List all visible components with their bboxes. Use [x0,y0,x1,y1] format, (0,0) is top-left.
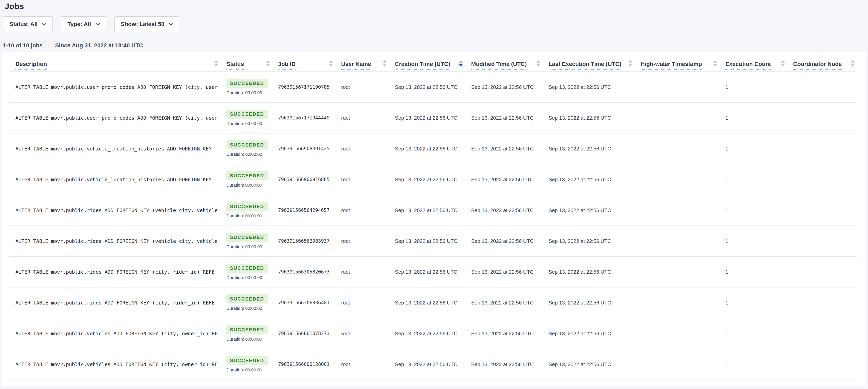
table-row: ALTER TABLE movr.public.rides ADD FOREIG… [9,195,857,226]
modified-time-cell: Sep 13, 2022 at 22:56 UTC [465,133,542,164]
coordinator-node-cell [787,195,857,226]
table-row: ALTER TABLE movr.public.rides ADD FOREIG… [9,226,857,257]
sort-arrows-icon[interactable] [536,60,540,67]
sort-arrows-icon[interactable] [628,60,632,67]
column-header[interactable]: Modified Time (UTC) [465,52,542,72]
column-header-label[interactable]: Last Execution Time (UTC) [549,61,621,70]
job-description-cell[interactable]: ALTER TABLE movr.public.rides ADD FOREIG… [9,226,220,257]
column-header[interactable]: Creation Time (UTC) [389,52,465,72]
job-description[interactable]: ALTER TABLE movr.public.user_promo_codes… [16,84,220,90]
creation-time-cell: Sep 13, 2022 at 22:56 UTC [389,257,465,287]
show-filter-dropdown[interactable]: Show: Latest 50 [114,16,180,32]
job-description[interactable]: ALTER TABLE movr.public.rides ADD FOREIG… [16,238,220,244]
table-row: ALTER TABLE movr.public.vehicle_location… [9,133,857,164]
column-header-label[interactable]: Status [226,61,244,70]
column-header-label[interactable]: Creation Time (UTC) [395,61,450,70]
table-row: ALTER TABLE movr.public.user_promo_codes… [9,72,857,102]
creation-time-cell: Sep 13, 2022 at 22:56 UTC [389,318,465,349]
modified-time-cell: Sep 13, 2022 at 22:56 UTC [465,226,542,257]
last-execution-time-cell: Sep 13, 2022 at 22:56 UTC [542,257,634,287]
job-status-cell: SUCCEEDED Duration: 00:00:00 [220,318,272,349]
modified-time-cell: Sep 13, 2022 at 22:56 UTC [465,257,542,287]
job-description[interactable]: ALTER TABLE movr.public.rides ADD FOREIG… [16,269,220,275]
user-name-cell: root [335,164,389,195]
column-header[interactable]: Execution Count [719,52,787,72]
sort-arrows-icon[interactable] [713,60,717,67]
last-execution-time-cell: Sep 13, 2022 at 22:56 UTC [542,164,634,195]
filter-bar: Status: All Type: All Show: Latest 50 [3,16,868,32]
job-description[interactable]: ALTER TABLE movr.public.vehicle_location… [16,177,220,183]
job-description-cell[interactable]: ALTER TABLE movr.public.rides ADD FOREIG… [9,195,220,226]
high-water-timestamp-cell [634,164,719,195]
column-header-label[interactable]: Modified Time (UTC) [471,61,527,70]
creation-time-cell: Sep 13, 2022 at 22:56 UTC [389,226,465,257]
modified-time-cell: Sep 13, 2022 at 22:56 UTC [465,318,542,349]
job-duration: Duration: 00:00:00 [226,183,272,188]
sort-arrows-icon[interactable] [781,60,785,67]
execution-count-cell: 1 [719,102,787,133]
table-row: ALTER TABLE movr.public.vehicles ADD FOR… [9,318,857,349]
job-description-cell[interactable]: ALTER TABLE movr.public.vehicle_location… [9,133,220,164]
jobs-count-text: 1-10 of 10 jobs [3,42,42,48]
column-header[interactable]: Status [220,52,272,72]
status-badge: SUCCEEDED [226,325,268,334]
column-header-label[interactable]: Job ID [278,61,296,70]
job-id-cell: 796391567171190785 [272,72,335,102]
job-status-cell: SUCCEEDED Duration: 00:00:00 [220,257,272,287]
execution-count-cell: 1 [719,195,787,226]
job-description-cell[interactable]: ALTER TABLE movr.public.user_promo_codes… [9,72,220,102]
last-execution-time-cell: Sep 13, 2022 at 22:56 UTC [542,318,634,349]
sort-arrows-icon[interactable] [850,60,855,67]
job-description-cell[interactable]: ALTER TABLE movr.public.user_promo_codes… [9,102,220,133]
status-filter-dropdown[interactable]: Status: All [3,16,53,32]
job-description-cell[interactable]: ALTER TABLE movr.public.rides ADD FOREIG… [9,287,220,318]
job-id-cell: 796391567171944449 [272,102,335,133]
sort-arrows-icon[interactable] [329,60,333,67]
sort-arrows-icon[interactable] [214,60,218,67]
job-id-cell: 796391566001078273 [272,318,335,349]
user-name-cell: root [335,349,389,380]
job-duration: Duration: 00:00:00 [226,244,272,249]
high-water-timestamp-cell [634,195,719,226]
execution-count-cell: 1 [719,72,787,102]
job-description-cell[interactable]: ALTER TABLE movr.public.vehicles ADD FOR… [9,349,220,380]
user-name-cell: root [335,102,389,133]
job-description[interactable]: ALTER TABLE movr.public.vehicle_location… [16,146,220,152]
job-description[interactable]: ALTER TABLE movr.public.rides ADD FOREIG… [16,300,220,306]
job-id-cell: 796391566306836481 [272,287,335,318]
coordinator-node-cell [787,164,857,195]
job-description-cell[interactable]: ALTER TABLE movr.public.rides ADD FOREIG… [9,257,220,287]
type-filter-dropdown[interactable]: Type: All [61,16,106,32]
execution-count-cell: 1 [719,287,787,318]
execution-count-cell: 1 [719,318,787,349]
job-description-cell[interactable]: ALTER TABLE movr.public.vehicle_location… [9,164,220,195]
creation-time-cell: Sep 13, 2022 at 22:56 UTC [389,72,465,102]
sort-arrows-icon[interactable] [459,60,463,67]
status-badge: SUCCEEDED [226,171,268,180]
column-header-label[interactable]: User Name [341,61,371,70]
column-header-label[interactable]: Execution Count [725,61,771,70]
job-description[interactable]: ALTER TABLE movr.public.user_promo_codes… [16,115,220,121]
column-header[interactable]: Job ID [272,52,335,72]
table-row: ALTER TABLE movr.public.rides ADD FOREIG… [9,257,857,287]
job-description-cell[interactable]: ALTER TABLE movr.public.vehicles ADD FOR… [9,318,220,349]
execution-count-cell: 1 [719,349,787,380]
column-header[interactable]: High-water Timestamp [634,52,719,72]
column-header[interactable]: User Name [335,52,389,72]
execution-count-cell: 1 [719,226,787,257]
sort-arrows-icon[interactable] [383,60,386,67]
status-badge: SUCCEEDED [226,356,268,365]
job-description[interactable]: ALTER TABLE movr.public.vehicles ADD FOR… [16,362,220,367]
column-header[interactable]: Description [9,52,220,72]
column-header-label[interactable]: Description [16,61,47,70]
creation-time-cell: Sep 13, 2022 at 22:56 UTC [389,287,465,318]
column-header-label[interactable]: High-water Timestamp [641,61,702,70]
modified-time-cell: Sep 13, 2022 at 22:56 UTC [465,287,542,318]
job-description[interactable]: ALTER TABLE movr.public.rides ADD FOREIG… [16,207,220,213]
job-description[interactable]: ALTER TABLE movr.public.vehicles ADD FOR… [16,331,220,336]
column-header[interactable]: Last Execution Time (UTC) [542,52,634,72]
sort-arrows-icon[interactable] [266,60,270,67]
column-header-label[interactable]: Coordinator Node [793,61,842,70]
column-header[interactable]: Coordinator Node [787,52,857,72]
high-water-timestamp-cell [634,287,719,318]
